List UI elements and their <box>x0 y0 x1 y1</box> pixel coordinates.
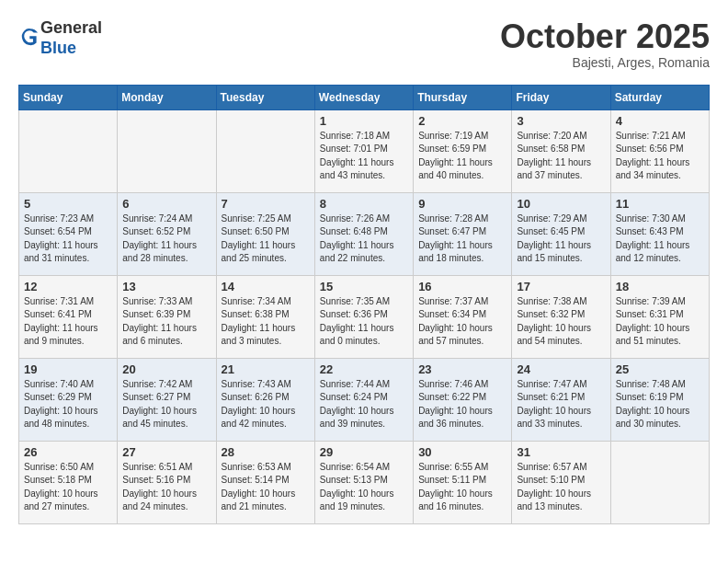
cell-info: Sunrise: 6:50 AMSunset: 5:18 PMDaylight:… <box>24 461 112 514</box>
calendar-cell: 11Sunrise: 7:30 AMSunset: 6:43 PMDayligh… <box>610 192 709 275</box>
day-number: 20 <box>122 362 210 376</box>
calendar-cell: 15Sunrise: 7:35 AMSunset: 6:36 PMDayligh… <box>314 275 413 358</box>
calendar-cell: 20Sunrise: 7:42 AMSunset: 6:27 PMDayligh… <box>118 358 216 441</box>
cell-info: Sunrise: 7:24 AMSunset: 6:52 PMDaylight:… <box>122 213 210 266</box>
day-number: 26 <box>24 445 112 459</box>
calendar-cell: 23Sunrise: 7:46 AMSunset: 6:22 PMDayligh… <box>414 358 512 441</box>
calendar-cell: 8Sunrise: 7:26 AMSunset: 6:48 PMDaylight… <box>314 192 413 275</box>
cell-info: Sunrise: 7:43 AMSunset: 6:26 PMDaylight:… <box>222 378 310 431</box>
day-number: 17 <box>517 280 605 293</box>
day-number: 22 <box>320 362 408 376</box>
calendar-cell: 9Sunrise: 7:28 AMSunset: 6:47 PMDaylight… <box>414 192 512 275</box>
logo-icon <box>20 27 40 47</box>
cell-info: Sunrise: 7:35 AMSunset: 6:36 PMDaylight:… <box>320 295 408 349</box>
calendar-cell: 16Sunrise: 7:37 AMSunset: 6:34 PMDayligh… <box>414 275 512 358</box>
day-number: 23 <box>418 362 506 376</box>
calendar-week-row: 19Sunrise: 7:40 AMSunset: 6:29 PMDayligh… <box>19 358 710 441</box>
column-header-wednesday: Wednesday <box>314 85 413 109</box>
cell-info: Sunrise: 6:54 AMSunset: 5:13 PMDaylight:… <box>320 461 408 514</box>
column-header-monday: Monday <box>118 85 216 109</box>
day-number: 3 <box>517 114 605 128</box>
calendar-week-row: 5Sunrise: 7:23 AMSunset: 6:54 PMDaylight… <box>19 192 710 275</box>
column-header-saturday: Saturday <box>610 85 709 109</box>
day-number: 27 <box>122 445 210 459</box>
calendar-cell: 5Sunrise: 7:23 AMSunset: 6:54 PMDaylight… <box>19 192 118 275</box>
cell-info: Sunrise: 7:29 AMSunset: 6:45 PMDaylight:… <box>517 213 605 266</box>
location: Bajesti, Arges, Romania <box>500 55 710 70</box>
day-number: 5 <box>24 197 112 211</box>
day-number: 6 <box>122 197 210 211</box>
column-header-thursday: Thursday <box>414 85 512 109</box>
cell-info: Sunrise: 7:31 AMSunset: 6:41 PMDaylight:… <box>24 295 112 349</box>
title-block: October 2025 Bajesti, Arges, Romania <box>500 18 710 70</box>
day-number: 21 <box>222 362 310 376</box>
calendar-cell: 3Sunrise: 7:20 AMSunset: 6:58 PMDaylight… <box>512 109 610 192</box>
day-number: 25 <box>616 362 704 376</box>
cell-info: Sunrise: 7:38 AMSunset: 6:32 PMDaylight:… <box>517 295 605 349</box>
calendar-cell: 21Sunrise: 7:43 AMSunset: 6:26 PMDayligh… <box>216 358 314 441</box>
day-number: 2 <box>418 114 506 128</box>
cell-info: Sunrise: 7:46 AMSunset: 6:22 PMDaylight:… <box>418 378 506 431</box>
cell-info: Sunrise: 7:47 AMSunset: 6:21 PMDaylight:… <box>517 378 605 431</box>
cell-info: Sunrise: 7:33 AMSunset: 6:39 PMDaylight:… <box>122 295 210 349</box>
day-number: 11 <box>616 197 704 211</box>
logo: General Blue <box>18 18 102 58</box>
day-number: 7 <box>222 197 310 211</box>
calendar-cell: 31Sunrise: 6:57 AMSunset: 5:10 PMDayligh… <box>512 441 610 523</box>
calendar-week-row: 26Sunrise: 6:50 AMSunset: 5:18 PMDayligh… <box>19 441 710 523</box>
calendar-cell: 27Sunrise: 6:51 AMSunset: 5:16 PMDayligh… <box>118 441 216 523</box>
cell-info: Sunrise: 7:48 AMSunset: 6:19 PMDaylight:… <box>616 378 704 431</box>
cell-info: Sunrise: 7:20 AMSunset: 6:58 PMDaylight:… <box>517 130 605 183</box>
day-number: 29 <box>320 445 408 459</box>
column-header-friday: Friday <box>512 85 610 109</box>
cell-info: Sunrise: 7:25 AMSunset: 6:50 PMDaylight:… <box>222 213 310 266</box>
calendar-cell: 4Sunrise: 7:21 AMSunset: 6:56 PMDaylight… <box>610 109 709 192</box>
calendar-cell: 30Sunrise: 6:55 AMSunset: 5:11 PMDayligh… <box>414 441 512 523</box>
cell-info: Sunrise: 7:28 AMSunset: 6:47 PMDaylight:… <box>418 213 506 266</box>
calendar-cell <box>118 109 216 192</box>
day-number: 30 <box>418 445 506 459</box>
cell-info: Sunrise: 6:55 AMSunset: 5:11 PMDaylight:… <box>418 461 506 514</box>
cell-info: Sunrise: 7:30 AMSunset: 6:43 PMDaylight:… <box>616 213 704 266</box>
page-header: General Blue October 2025 Bajesti, Arges… <box>18 18 710 70</box>
cell-info: Sunrise: 6:53 AMSunset: 5:14 PMDaylight:… <box>222 461 310 514</box>
calendar-cell: 2Sunrise: 7:19 AMSunset: 6:59 PMDaylight… <box>414 109 512 192</box>
calendar-week-row: 1Sunrise: 7:18 AMSunset: 7:01 PMDaylight… <box>19 109 710 192</box>
calendar-cell: 6Sunrise: 7:24 AMSunset: 6:52 PMDaylight… <box>118 192 216 275</box>
cell-info: Sunrise: 6:57 AMSunset: 5:10 PMDaylight:… <box>517 461 605 514</box>
day-number: 14 <box>222 280 310 293</box>
calendar-cell: 7Sunrise: 7:25 AMSunset: 6:50 PMDaylight… <box>216 192 314 275</box>
calendar-cell: 22Sunrise: 7:44 AMSunset: 6:24 PMDayligh… <box>314 358 413 441</box>
day-number: 18 <box>616 280 704 293</box>
month-title: October 2025 <box>500 18 710 55</box>
calendar-cell: 19Sunrise: 7:40 AMSunset: 6:29 PMDayligh… <box>19 358 118 441</box>
calendar-cell: 25Sunrise: 7:48 AMSunset: 6:19 PMDayligh… <box>610 358 709 441</box>
day-number: 9 <box>418 197 506 211</box>
day-number: 1 <box>320 114 408 128</box>
day-number: 28 <box>222 445 310 459</box>
day-number: 8 <box>320 197 408 211</box>
day-number: 24 <box>517 362 605 376</box>
calendar-cell: 10Sunrise: 7:29 AMSunset: 6:45 PMDayligh… <box>512 192 610 275</box>
day-number: 12 <box>24 280 112 293</box>
calendar-cell: 18Sunrise: 7:39 AMSunset: 6:31 PMDayligh… <box>610 275 709 358</box>
cell-info: Sunrise: 7:37 AMSunset: 6:34 PMDaylight:… <box>418 295 506 349</box>
day-number: 4 <box>616 114 704 128</box>
logo-text: General Blue <box>40 18 102 58</box>
day-number: 16 <box>418 280 506 293</box>
calendar-cell: 26Sunrise: 6:50 AMSunset: 5:18 PMDayligh… <box>19 441 118 523</box>
cell-info: Sunrise: 7:44 AMSunset: 6:24 PMDaylight:… <box>320 378 408 431</box>
column-header-tuesday: Tuesday <box>216 85 314 109</box>
calendar-cell <box>19 109 118 192</box>
calendar-cell: 1Sunrise: 7:18 AMSunset: 7:01 PMDaylight… <box>314 109 413 192</box>
calendar-cell <box>610 441 709 523</box>
column-header-sunday: Sunday <box>19 85 118 109</box>
cell-info: Sunrise: 7:42 AMSunset: 6:27 PMDaylight:… <box>122 378 210 431</box>
cell-info: Sunrise: 7:40 AMSunset: 6:29 PMDaylight:… <box>24 378 112 431</box>
day-number: 15 <box>320 280 408 293</box>
calendar-cell: 29Sunrise: 6:54 AMSunset: 5:13 PMDayligh… <box>314 441 413 523</box>
calendar-cell: 28Sunrise: 6:53 AMSunset: 5:14 PMDayligh… <box>216 441 314 523</box>
cell-info: Sunrise: 7:19 AMSunset: 6:59 PMDaylight:… <box>418 130 506 183</box>
calendar-cell: 13Sunrise: 7:33 AMSunset: 6:39 PMDayligh… <box>118 275 216 358</box>
calendar-cell: 17Sunrise: 7:38 AMSunset: 6:32 PMDayligh… <box>512 275 610 358</box>
